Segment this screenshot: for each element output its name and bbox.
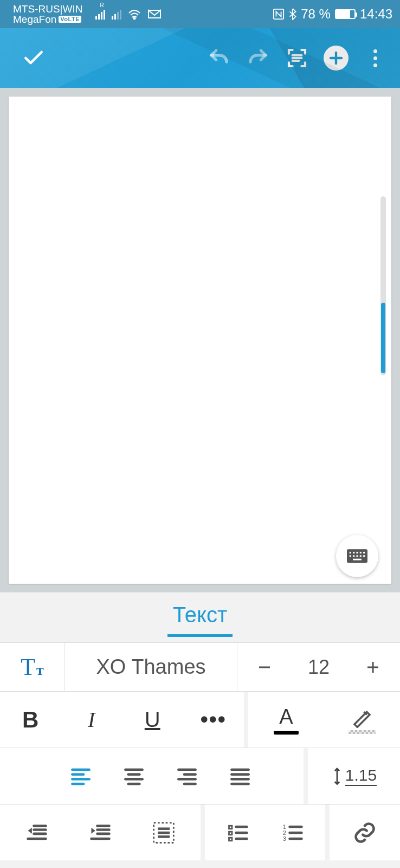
svg-point-0 (134, 18, 136, 20)
insert-link-button[interactable] (339, 805, 391, 860)
undo-button[interactable] (199, 39, 238, 78)
battery-percent: 78 % (301, 7, 331, 22)
clock: 14:43 (360, 7, 392, 22)
carrier-2: MegaFon (13, 14, 56, 24)
gmail-icon (147, 9, 162, 20)
wifi-icon (128, 9, 141, 20)
align-right-button[interactable] (160, 748, 214, 804)
document-page[interactable] (9, 97, 391, 584)
add-button[interactable] (317, 39, 356, 78)
bluetooth-icon (289, 8, 296, 20)
font-style-presets-button[interactable]: Tт (0, 643, 65, 691)
italic-button[interactable]: I (66, 692, 117, 748)
svg-rect-15 (356, 555, 358, 557)
svg-rect-16 (360, 555, 362, 557)
font-size-increase-button[interactable] (346, 659, 400, 675)
android-status-bar: MTS-RUS|WIN MegaFon VoLTE R (0, 0, 400, 28)
svg-text:3: 3 (282, 835, 286, 841)
svg-rect-50 (229, 826, 232, 829)
line-spacing-button[interactable]: 1.15 (321, 748, 386, 804)
scrollbar[interactable] (380, 196, 386, 375)
font-family-selector[interactable]: XO Thames (65, 643, 237, 691)
font-size-decrease-button[interactable] (237, 659, 292, 675)
status-indicators: R (95, 9, 162, 20)
svg-rect-18 (353, 559, 362, 560)
paragraph-style-button[interactable] (138, 805, 190, 860)
underline-button[interactable]: U (127, 692, 178, 748)
overflow-menu-button[interactable] (356, 39, 395, 78)
svg-rect-8 (350, 552, 351, 553)
format-panel: Текст Tт XO Thames 12 B I U ••• (0, 592, 400, 868)
tab-text[interactable]: Текст (173, 603, 228, 633)
app-toolbar (0, 28, 400, 88)
signal-icon (112, 10, 121, 20)
bold-button[interactable]: B (5, 692, 56, 748)
document-viewport[interactable] (0, 88, 400, 592)
battery-icon (335, 9, 356, 19)
svg-rect-10 (356, 552, 358, 553)
nfc-icon (273, 8, 285, 20)
select-all-button[interactable] (278, 39, 317, 78)
bullet-list-button[interactable] (212, 805, 264, 860)
svg-rect-9 (353, 552, 354, 553)
keyboard-fab[interactable] (336, 535, 378, 577)
done-button[interactable] (14, 39, 53, 78)
svg-rect-11 (360, 552, 362, 553)
volte-badge: VoLTE (59, 16, 81, 23)
svg-rect-52 (229, 838, 232, 841)
line-spacing-value: 1.15 (345, 766, 377, 786)
svg-rect-13 (350, 555, 351, 557)
decrease-indent-button[interactable] (11, 805, 63, 860)
align-justify-button[interactable] (214, 748, 267, 804)
more-text-styles-button[interactable]: ••• (188, 692, 239, 748)
font-family-value: XO Thames (96, 655, 205, 679)
svg-rect-17 (363, 555, 365, 557)
numbered-list-button[interactable]: 1 2 3 (267, 805, 319, 860)
highlight-color-button[interactable] (337, 692, 388, 748)
carrier-1: MTS-RUS|WIN (13, 4, 82, 14)
increase-indent-button[interactable] (74, 805, 126, 860)
signal-icon (95, 10, 105, 20)
font-size-value[interactable]: 12 (292, 656, 346, 679)
align-left-button[interactable] (54, 748, 107, 804)
svg-rect-14 (353, 555, 354, 557)
svg-rect-12 (363, 552, 365, 553)
svg-rect-51 (229, 832, 232, 835)
panel-tabs: Текст (0, 592, 400, 642)
font-color-button[interactable]: A (261, 692, 312, 748)
align-center-button[interactable] (107, 748, 160, 804)
redo-button[interactable] (238, 39, 278, 78)
